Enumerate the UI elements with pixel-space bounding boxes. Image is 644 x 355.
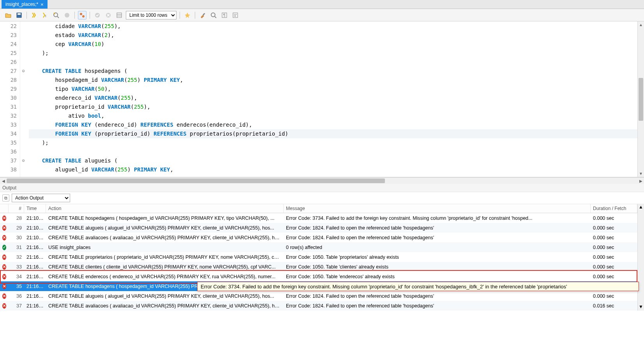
- limit-select[interactable]: Limit to 1000 rows: [126, 11, 176, 19]
- horizontal-scrollbar[interactable]: ◀ ▶: [0, 177, 644, 184]
- svg-text:I: I: [45, 14, 46, 18]
- output-row[interactable]: ✕2821:10:09CREATE TABLE hospedagens ( ho…: [0, 213, 637, 223]
- scroll-track[interactable]: [7, 178, 637, 184]
- svg-point-7: [82, 15, 85, 18]
- toolbar: I Limit to 1000 rows ¶: [0, 9, 644, 21]
- col-header-duration[interactable]: Duration / Fetch: [591, 204, 637, 213]
- tab-bar: insight_places;* ×: [0, 0, 644, 9]
- col-header-message[interactable]: Message: [284, 204, 591, 213]
- error-icon: ✕: [2, 284, 6, 289]
- error-icon: ✕: [2, 235, 6, 240]
- code-editor[interactable]: 2223242526272829303132333435363738 ⊖⊖ ci…: [0, 21, 644, 177]
- col-header-num[interactable]: #: [9, 204, 24, 213]
- svg-point-16: [211, 13, 215, 17]
- output-row[interactable]: ✕3221:16:55CREATE TABLE proprietarios ( …: [0, 252, 637, 262]
- save-icon[interactable]: [15, 11, 23, 19]
- clean-icon[interactable]: [198, 11, 207, 19]
- scroll-up-icon[interactable]: ▲: [639, 21, 643, 28]
- output-controls: ⧉ Action Output: [0, 192, 644, 204]
- svg-line-17: [215, 16, 216, 18]
- scroll-thumb[interactable]: [639, 78, 643, 121]
- execute-icon[interactable]: [30, 11, 39, 19]
- explain-icon[interactable]: [52, 11, 60, 19]
- output-copy-icon[interactable]: ⧉: [2, 194, 9, 201]
- open-icon[interactable]: [4, 11, 12, 19]
- tab-title: insight_places;*: [5, 2, 38, 7]
- separator: [180, 12, 180, 19]
- svg-point-5: [65, 13, 69, 18]
- commit-icon[interactable]: [93, 11, 102, 19]
- separator: [26, 12, 27, 19]
- output-vertical-scrollbar[interactable]: ▲ ▼: [637, 204, 644, 311]
- stop-icon[interactable]: [63, 11, 71, 19]
- fold-gutter[interactable]: ⊖⊖: [20, 21, 26, 177]
- code-area[interactable]: cidade VARCHAR(255), estado VARCHAR(2), …: [26, 21, 637, 177]
- scroll-left-icon[interactable]: ◀: [0, 179, 7, 183]
- col-header-time[interactable]: Time: [24, 204, 46, 213]
- rollback-icon[interactable]: [104, 11, 113, 19]
- separator: [90, 12, 90, 19]
- output-panel-header: Output: [0, 184, 644, 192]
- svg-point-6: [80, 13, 82, 15]
- error-tooltip: Error Code: 3734. Failed to add the fore…: [197, 282, 639, 291]
- error-icon: ✕: [2, 274, 6, 279]
- output-grid-header: # Time Action Message Duration / Fetch: [0, 204, 637, 213]
- svg-text:¶: ¶: [223, 13, 225, 18]
- error-icon: ✕: [2, 254, 6, 260]
- error-icon: ✕: [2, 225, 6, 231]
- output-row[interactable]: ✓3121:16:55USE insight_places0 row(s) af…: [0, 242, 637, 252]
- output-row[interactable]: ✕3721:16:55CREATE TABLE avaliacoes ( ava…: [0, 301, 637, 311]
- beautify-icon[interactable]: [183, 11, 192, 19]
- separator: [74, 12, 75, 19]
- toggle-limit-icon[interactable]: [115, 11, 124, 19]
- svg-line-4: [57, 16, 59, 18]
- svg-rect-20: [233, 13, 238, 18]
- execute-current-icon[interactable]: I: [41, 11, 49, 19]
- scroll-down-icon[interactable]: ▼: [639, 170, 643, 177]
- separator: [195, 12, 195, 19]
- wrap-icon[interactable]: [231, 11, 240, 19]
- vertical-scrollbar[interactable]: ▲ ▼: [637, 21, 644, 177]
- output-mode-select[interactable]: Action Output: [12, 194, 70, 202]
- success-icon: ✓: [2, 245, 6, 250]
- error-icon: ✕: [2, 303, 6, 309]
- output-row[interactable]: ✕3421:16:55CREATE TABLE enderecos ( ende…: [0, 272, 637, 281]
- scroll-thumb[interactable]: [7, 178, 385, 183]
- output-row[interactable]: ✕3321:16:55CREATE TABLE clientes ( clien…: [0, 262, 637, 272]
- scroll-track[interactable]: [638, 28, 644, 170]
- find-icon[interactable]: [209, 11, 218, 19]
- close-icon[interactable]: ×: [41, 2, 44, 7]
- error-icon: ✕: [2, 215, 6, 221]
- error-icon: ✕: [2, 264, 6, 270]
- toggle-invisible-icon[interactable]: ¶: [220, 11, 229, 19]
- col-header-action[interactable]: Action: [46, 204, 284, 213]
- svg-rect-12: [117, 13, 122, 18]
- output-row[interactable]: ✕3021:10:09CREATE TABLE avaliacoes ( ava…: [0, 233, 637, 242]
- error-icon: ✕: [2, 293, 6, 299]
- output-grid-rows[interactable]: ✕2821:10:09CREATE TABLE hospedagens ( ho…: [0, 213, 637, 311]
- toggle-autocommit-icon[interactable]: [78, 11, 86, 19]
- scroll-down-icon[interactable]: ▼: [639, 304, 643, 311]
- svg-rect-1: [18, 13, 21, 15]
- tab-active[interactable]: insight_places;* ×: [2, 0, 48, 9]
- scroll-up-icon[interactable]: ▲: [639, 204, 643, 211]
- line-number-gutter: 2223242526272829303132333435363738: [0, 21, 20, 177]
- scroll-right-icon[interactable]: ▶: [637, 179, 644, 183]
- output-row[interactable]: ✕2921:10:09CREATE TABLE alugueis ( alugu…: [0, 223, 637, 233]
- output-row[interactable]: ✕3621:16:55CREATE TABLE alugueis ( alugu…: [0, 291, 637, 301]
